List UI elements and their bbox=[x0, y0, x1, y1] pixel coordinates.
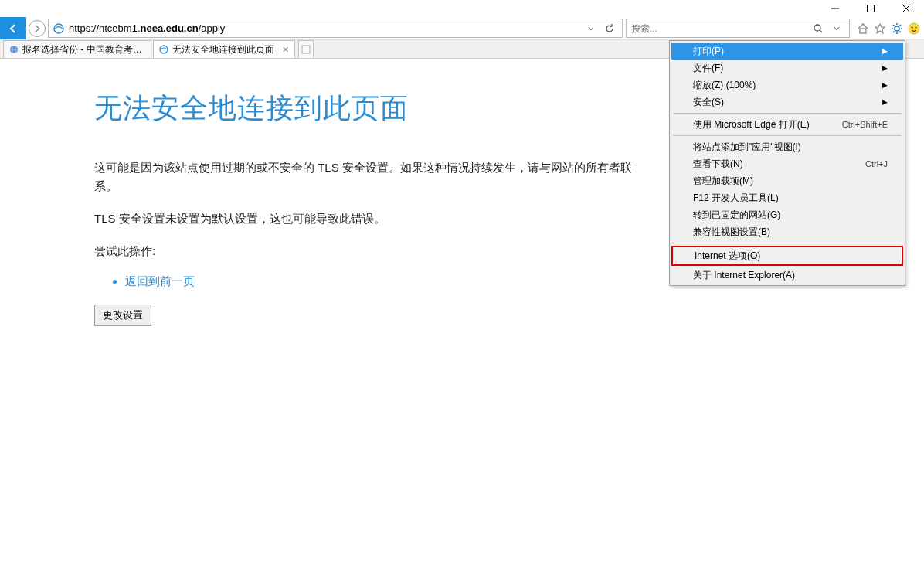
error-paragraph-1: 这可能是因为该站点使用过期的或不安全的 TLS 安全设置。如果这种情况持续发生，… bbox=[94, 158, 635, 196]
menu-compat-view[interactable]: 兼容性视图设置(B) bbox=[671, 223, 903, 240]
submenu-arrow-icon: ▶ bbox=[882, 47, 888, 55]
svg-line-15 bbox=[893, 25, 895, 26]
svg-line-16 bbox=[900, 31, 902, 32]
submenu-arrow-icon: ▶ bbox=[882, 98, 888, 106]
menu-print[interactable]: 打印(P)▶ bbox=[671, 43, 903, 60]
try-label: 尝试此操作: bbox=[94, 242, 635, 260]
window-minimize-button[interactable] bbox=[817, 0, 853, 17]
menu-add-to-apps[interactable]: 将站点添加到"应用"视图(I) bbox=[671, 138, 903, 155]
address-text[interactable]: https://ntcebm1.neea.edu.cn/apply bbox=[66, 21, 582, 36]
window-maximize-button[interactable] bbox=[853, 0, 888, 17]
svg-point-25 bbox=[160, 46, 168, 53]
svg-line-18 bbox=[900, 25, 902, 26]
window-close-button[interactable] bbox=[888, 0, 924, 17]
svg-point-6 bbox=[814, 25, 820, 31]
address-dropdown-icon[interactable] bbox=[582, 26, 600, 32]
menu-separator bbox=[673, 135, 902, 136]
address-bar[interactable]: https://ntcebm1.neea.edu.cn/apply bbox=[48, 19, 623, 38]
highlighted-box: Internet 选项(O) bbox=[671, 246, 903, 266]
search-bar[interactable] bbox=[626, 19, 850, 38]
change-settings-button[interactable]: 更改设置 bbox=[94, 305, 151, 326]
svg-line-7 bbox=[820, 30, 822, 32]
svg-rect-1 bbox=[868, 5, 875, 12]
forward-button[interactable] bbox=[26, 17, 48, 39]
menu-pinned-sites[interactable]: 转到已固定的网站(G) bbox=[671, 206, 903, 223]
svg-line-17 bbox=[893, 31, 895, 32]
search-dropdown-icon[interactable] bbox=[827, 26, 846, 32]
tab-title: 无法安全地连接到此页面 bbox=[172, 43, 274, 56]
menu-internet-options[interactable]: Internet 选项(O) bbox=[673, 247, 902, 264]
menu-zoom[interactable]: 缩放(Z) (100%)▶ bbox=[671, 77, 903, 94]
svg-rect-26 bbox=[302, 46, 310, 53]
menu-file[interactable]: 文件(F)▶ bbox=[671, 60, 903, 77]
submenu-arrow-icon: ▶ bbox=[882, 81, 888, 89]
ie-favicon-icon bbox=[52, 22, 66, 36]
svg-rect-8 bbox=[860, 29, 866, 33]
error-paragraph-2: TLS 安全设置未设置为默认设置，这也可能导致此错误。 bbox=[94, 209, 635, 228]
menu-about-ie[interactable]: 关于 Internet Explorer(A) bbox=[671, 267, 903, 284]
tab-1[interactable]: 无法安全地连接到此页面 ✕ bbox=[153, 40, 295, 58]
tools-gear-icon[interactable] bbox=[890, 22, 904, 36]
menu-manage-addons[interactable]: 管理加载项(M) bbox=[671, 172, 903, 189]
tab-close-button[interactable]: ✕ bbox=[280, 45, 290, 54]
svg-point-10 bbox=[895, 26, 899, 31]
home-icon[interactable] bbox=[856, 22, 870, 36]
globe-favicon-icon bbox=[8, 44, 19, 55]
smiley-feedback-icon[interactable] bbox=[907, 22, 921, 36]
back-link[interactable]: 返回到前一页 bbox=[125, 274, 195, 288]
svg-marker-9 bbox=[875, 24, 885, 33]
svg-point-19 bbox=[909, 23, 919, 34]
menu-open-edge[interactable]: 使用 Microsoft Edge 打开(E)Ctrl+Shift+E bbox=[671, 116, 903, 133]
tools-menu: 打印(P)▶ 文件(F)▶ 缩放(Z) (100%)▶ 安全(S)▶ 使用 Mi… bbox=[669, 40, 905, 286]
submenu-arrow-icon: ▶ bbox=[882, 64, 888, 72]
menu-separator bbox=[673, 243, 902, 243]
back-button[interactable] bbox=[0, 17, 26, 39]
tab-0[interactable]: 报名选择省份 - 中国教育考试网 bbox=[3, 40, 151, 58]
menu-f12-devtools[interactable]: F12 开发人员工具(L) bbox=[671, 189, 903, 206]
favorites-icon[interactable] bbox=[873, 22, 887, 36]
ie-favicon-icon bbox=[158, 44, 169, 55]
new-tab-button[interactable] bbox=[298, 40, 314, 58]
svg-point-20 bbox=[912, 26, 913, 28]
svg-point-21 bbox=[916, 26, 917, 28]
window-titlebar bbox=[0, 0, 924, 17]
menu-separator bbox=[673, 113, 902, 114]
refresh-button[interactable] bbox=[600, 23, 619, 34]
search-button[interactable] bbox=[809, 23, 827, 34]
svg-point-4 bbox=[5, 21, 21, 36]
toolbar-right bbox=[853, 17, 924, 39]
tab-title: 报名选择省份 - 中国教育考试网 bbox=[22, 43, 146, 56]
menu-safety[interactable]: 安全(S)▶ bbox=[671, 94, 903, 111]
navigation-bar: https://ntcebm1.neea.edu.cn/apply bbox=[0, 17, 924, 40]
search-input[interactable] bbox=[630, 22, 809, 36]
menu-view-downloads[interactable]: 查看下载(N)Ctrl+J bbox=[671, 155, 903, 172]
